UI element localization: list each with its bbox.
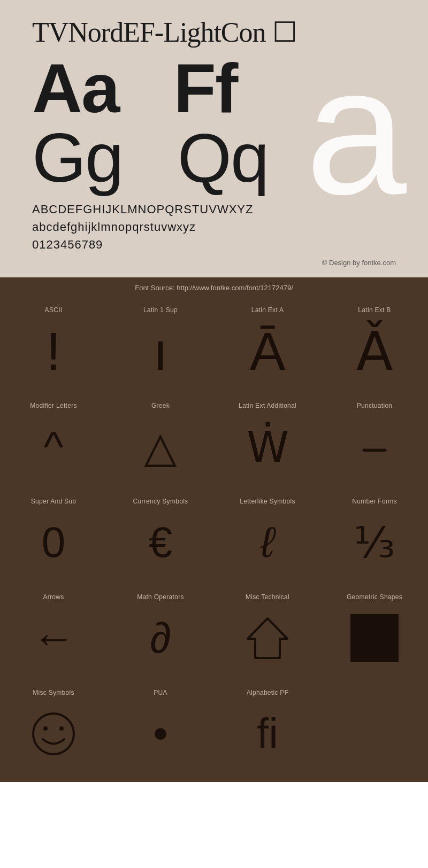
glyph-char-latin1sup: ı: [153, 319, 168, 383]
glyph-cell-arrows: Arrows ←: [0, 585, 107, 681]
glyph-char-numberforms: ⅓: [354, 510, 395, 575]
glyph-char-geoshapes: [350, 606, 399, 670]
glyph-cell-pua: PUA •: [107, 681, 214, 782]
glyph-cell-punctuation: Punctuation –: [321, 394, 428, 490]
glyph-label-mathops: Math Operators: [137, 593, 184, 601]
glyph-char-miscsymbols: [29, 702, 78, 766]
glyph-label-latinexta: Latin Ext A: [251, 306, 284, 314]
glyph-char-currency: €: [149, 510, 173, 575]
glyph-char-punctuation: –: [363, 415, 387, 479]
glyph-char-arrows: ←: [32, 606, 75, 670]
glyph-cell-empty: [321, 681, 428, 782]
svg-point-2: [33, 714, 74, 754]
glyph-label-supersub: Super And Sub: [31, 498, 77, 505]
glyph-cell-geoshapes: Geometric Shapes: [321, 585, 428, 681]
glyph-label-pua: PUA: [154, 689, 167, 696]
glyph-cell-miscsymbols: Misc Symbols: [0, 681, 107, 782]
glyph-label-ascii: ASCII: [45, 306, 63, 314]
copyright-text: © Design by fontke.com: [32, 259, 396, 267]
svg-point-4: [59, 726, 64, 731]
glyph-cell-misctech: Misc Technical: [214, 585, 321, 681]
glyph-char-latinexta: Ā: [250, 319, 286, 383]
glyph-cell-mathops: Math Operators ∂: [107, 585, 214, 681]
smiley-icon: [29, 710, 78, 758]
black-square-icon: [350, 614, 399, 662]
glyph-label-punctuation: Punctuation: [357, 402, 393, 409]
top-section: TVNordEF-LightCon ☐ Aa Ff Gg Qq a ABCDEF…: [0, 0, 428, 277]
glyph-char-mathops: ∂: [150, 606, 171, 670]
big-a-background: a: [305, 53, 407, 208]
glyph-label-latinextadd: Latin Ext Additional: [239, 402, 296, 409]
bottom-section: Font Source: http://www.fontke.com/font/…: [0, 277, 428, 782]
glyph-char-misctech: [243, 606, 292, 670]
glyph-cell-ascii: ASCII !: [0, 298, 107, 394]
glyph-char-greek: △: [144, 415, 177, 479]
glyph-label-currency: Currency Symbols: [133, 498, 188, 505]
glyph-label-letterlike: Letterlike Symbols: [240, 498, 295, 505]
glyph-cell-numberforms: Number Forms ⅓: [321, 490, 428, 585]
glyph-label-arrows: Arrows: [43, 593, 64, 601]
glyph-cell-modifier: Modifier Letters ^: [0, 394, 107, 490]
glyph-cell-letterlike: Letterlike Symbols ℓ: [214, 490, 321, 585]
glyph-cell-latin1sup: Latin 1 Sup ı: [107, 298, 214, 394]
glyph-label-geoshapes: Geometric Shapes: [347, 593, 402, 601]
glyph-cell-latinextb: Latin Ext B Ǎ: [321, 298, 428, 394]
bottom-glyph-row: Misc Symbols PUA • Alphabetic PF ﬁ: [0, 681, 428, 782]
svg-marker-0: [248, 618, 287, 658]
digits: 0123456789: [32, 236, 396, 253]
glyph-grid: ASCII ! Latin 1 Sup ı Latin Ext A Ā Lati…: [0, 298, 428, 681]
glyph-char-latinextb: Ǎ: [356, 319, 393, 383]
glyph-label-misctech: Misc Technical: [246, 593, 289, 601]
glyph-char-ascii: !: [46, 319, 61, 383]
glyph-label-alphabeticpf: Alphabetic PF: [247, 689, 289, 696]
glyph-char-letterlike: ℓ: [261, 510, 274, 575]
house-icon: [243, 614, 292, 662]
glyph-cell-alphabeticpf: Alphabetic PF ﬁ: [214, 681, 321, 782]
glyph-label-modifier: Modifier Letters: [30, 402, 77, 409]
glyph-char-latinextadd: Ẇ: [247, 415, 289, 479]
glyph-label-latin1sup: Latin 1 Sup: [143, 306, 178, 314]
glyph-char-modifier: ^: [43, 415, 64, 479]
glyph-char-supersub: 0: [42, 510, 66, 575]
font-source: Font Source: http://www.fontke.com/font/…: [0, 277, 428, 298]
glyph-label-greek: Greek: [151, 402, 170, 409]
glyph-label-miscsymbols: Misc Symbols: [33, 689, 74, 696]
glyph-cell-latinexta: Latin Ext A Ā: [214, 298, 321, 394]
glyph-char-pua: •: [153, 702, 168, 766]
glyph-cell-currency: Currency Symbols €: [107, 490, 214, 585]
glyph-cell-greek: Greek △: [107, 394, 214, 490]
svg-point-3: [43, 726, 48, 731]
glyph-cell-supersub: Super And Sub 0: [0, 490, 107, 585]
glyph-cell-latinextadd: Latin Ext Additional Ẇ: [214, 394, 321, 490]
glyph-char-alphabeticpf: ﬁ: [257, 702, 278, 766]
glyph-label-latinextb: Latin Ext B: [358, 306, 391, 314]
glyph-label-numberforms: Number Forms: [352, 498, 397, 505]
big-letters-display: Aa Ff Gg Qq a: [32, 53, 396, 192]
